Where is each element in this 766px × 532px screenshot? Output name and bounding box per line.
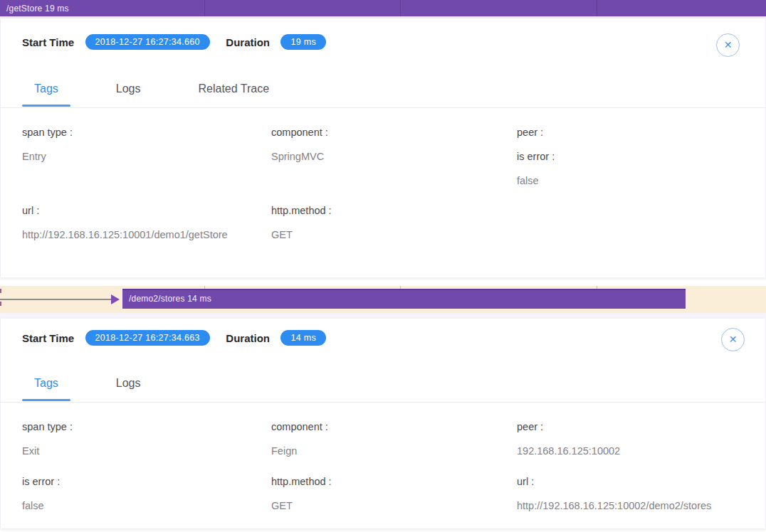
start-time-badge: 2018-12-27 16:27:34.663 (85, 330, 210, 346)
field-value: false (517, 169, 744, 193)
field-value: http://192.168.16.125:10002/demo2/stores (517, 494, 744, 518)
field-is-error: is error : false (22, 469, 271, 518)
field-http-method: http.method : GET (271, 469, 517, 518)
span-detail-header: Start Time 2018-12-27 16:27:34.660 Durat… (1, 18, 765, 71)
field-label: span type : (22, 415, 271, 439)
field-value: http://192.168.16.125:10001/demo1/getSto… (22, 223, 271, 247)
timeline-gridline (400, 0, 401, 16)
tab-bar: Tags Logs (1, 366, 765, 403)
band-bottom-strip (0, 313, 766, 319)
tab-tags[interactable]: Tags (22, 366, 70, 403)
empty-cell (517, 198, 744, 247)
field-label: span type : (22, 120, 271, 144)
field-label: peer : (517, 415, 744, 439)
field-peer-and-is-error: peer : is error : false (517, 120, 744, 193)
field-label: peer : (517, 120, 744, 144)
span-detail-panel-top: Start Time 2018-12-27 16:27:34.660 Durat… (0, 18, 766, 277)
field-label: url : (517, 469, 744, 494)
duration-label: Duration (226, 36, 270, 48)
field-label: is error : (22, 469, 271, 494)
field-label: component : (271, 415, 517, 439)
field-value: Entry (22, 144, 271, 169)
field-value: SpringMVC (271, 144, 517, 169)
field-span-type: span type : Entry (22, 120, 271, 193)
close-icon[interactable]: ✕ (716, 33, 740, 57)
field-component: component : SpringMVC (271, 120, 517, 193)
field-value: false (22, 494, 271, 518)
tab-logs[interactable]: Logs (104, 366, 153, 403)
tags-content: span type : Entry component : SpringMVC … (1, 108, 765, 264)
field-value: Exit (22, 439, 271, 463)
tab-logs[interactable]: Logs (104, 71, 153, 108)
field-value: GET (271, 223, 517, 247)
duration-badge: 14 ms (280, 330, 326, 346)
field-url: url : http://192.168.16.125:10002/demo2/… (517, 469, 744, 518)
span-link-arrow-line (0, 299, 112, 300)
field-http-method: http.method : GET (271, 198, 517, 247)
duration-badge: 19 ms (280, 34, 326, 50)
start-time-label: Start Time (22, 332, 74, 344)
trace-span-bar-getstore[interactable]: /getStore 19 ms (0, 0, 766, 18)
field-label: http.method : (271, 469, 517, 494)
parent-span-edge-mark (0, 302, 1, 306)
field-component: component : Feign (271, 415, 517, 463)
field-url: url : http://192.168.16.125:10001/demo1/… (22, 198, 271, 247)
timeline-gridline (204, 0, 205, 16)
span-bar-label: /demo2/stores 14 ms (129, 294, 211, 304)
duration-label: Duration (226, 332, 270, 344)
close-icon[interactable]: ✕ (721, 328, 745, 351)
trace-timeline-band: /demo2/stores 14 ms (0, 286, 766, 313)
start-time-badge: 2018-12-27 16:27:34.660 (85, 34, 210, 50)
field-label: is error : (517, 144, 744, 169)
timeline-gridline (597, 0, 597, 16)
field-span-type: span type : Exit (22, 415, 271, 463)
field-label: url : (22, 198, 271, 223)
span-detail-header: Start Time 2018-12-27 16:27:34.663 Durat… (1, 319, 765, 366)
start-time-label: Start Time (22, 36, 74, 48)
field-value: GET (271, 494, 517, 518)
tags-content: span type : Exit component : Feign peer … (1, 403, 765, 532)
tab-related-trace[interactable]: Related Trace (187, 71, 282, 108)
field-peer: peer : 192.168.16.125:10002 (517, 415, 744, 463)
span-detail-panel-bottom: Start Time 2018-12-27 16:27:34.663 Durat… (0, 319, 766, 528)
field-label: component : (271, 120, 517, 144)
section-gap (0, 277, 766, 286)
field-value: 192.168.16.125:10002 (517, 439, 744, 463)
parent-span-edge-mark (0, 289, 1, 293)
field-label: http.method : (271, 198, 517, 223)
span-bar-label: /getStore 19 ms (6, 4, 69, 14)
field-value: Feign (271, 439, 517, 463)
tab-tags[interactable]: Tags (22, 71, 70, 108)
span-link-arrow-head (111, 294, 120, 304)
tab-bar: Tags Logs Related Trace (1, 71, 765, 108)
trace-span-bar-demo2-stores[interactable]: /demo2/stores 14 ms (122, 289, 686, 309)
